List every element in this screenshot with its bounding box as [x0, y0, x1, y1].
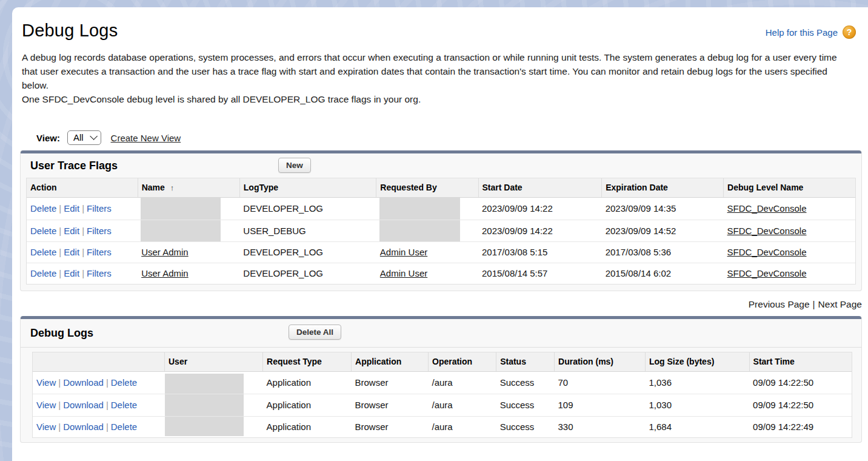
- column-header-name[interactable]: Name↑: [138, 178, 239, 197]
- delete-link[interactable]: Delete: [30, 226, 56, 236]
- redacted-requested-by: [379, 220, 460, 241]
- status-cell: Success: [496, 416, 555, 437]
- debug-level-link[interactable]: SFDC_DevConsole: [727, 247, 807, 257]
- view-link[interactable]: View: [36, 377, 56, 388]
- delete-link[interactable]: Delete: [111, 400, 137, 410]
- requested-by-cell: [376, 220, 478, 241]
- column-header-requested-by[interactable]: Requested By: [376, 178, 478, 197]
- logtype-cell: DEVELOPER_LOG: [239, 197, 376, 220]
- link-separator: |: [79, 203, 87, 214]
- debug-level-link[interactable]: SFDC_DevConsole: [727, 226, 807, 236]
- previous-page-link[interactable]: Previous Page: [749, 299, 810, 309]
- debug-level-cell: SFDC_DevConsole: [724, 241, 855, 263]
- logtype-cell: DEVELOPER_LOG: [239, 263, 376, 284]
- start-date-cell: 2017/03/08 5:15: [478, 241, 602, 263]
- requested-by-cell: Admin User: [376, 241, 478, 263]
- link-separator: |: [104, 422, 111, 432]
- table-row: View|Download|Delete Application Browser…: [33, 394, 852, 416]
- column-header-expiration-date[interactable]: Expiration Date: [602, 178, 724, 197]
- expiration-date-cell: 2023/09/09 14:52: [602, 220, 724, 241]
- user-name-link[interactable]: User Admin: [141, 268, 189, 278]
- column-header-debug-level-name[interactable]: Debug Level Name: [724, 178, 855, 197]
- download-link[interactable]: Download: [63, 422, 104, 432]
- column-header-name-label: Name: [142, 183, 165, 192]
- user-cell: [165, 371, 263, 394]
- column-header-logtype[interactable]: LogType: [239, 178, 376, 197]
- user-trace-flags-header: User Trace Flags New: [21, 153, 861, 178]
- status-cell: Success: [496, 371, 555, 394]
- action-cell: Delete|Edit|Filters: [27, 220, 138, 241]
- user-name-link[interactable]: User Admin: [141, 247, 189, 257]
- start-date-cell: 2015/08/14 5:57: [478, 263, 602, 284]
- edit-link[interactable]: Edit: [64, 268, 79, 278]
- status-cell: Success: [496, 394, 555, 416]
- debug-logs-header: Debug Logs Delete All: [21, 319, 861, 348]
- view-link[interactable]: View: [36, 400, 56, 410]
- filters-link[interactable]: Filters: [87, 247, 112, 257]
- delete-link[interactable]: Delete: [111, 422, 137, 432]
- delete-link[interactable]: Delete: [30, 268, 56, 278]
- column-header-action[interactable]: Action: [27, 178, 138, 197]
- description-line-1: A debug log records database operations,…: [22, 52, 837, 90]
- question-mark-glyph: ?: [847, 27, 852, 37]
- table-row: Delete|Edit|Filters DEVELOPER_LOG 2023/0…: [27, 197, 855, 220]
- download-link[interactable]: Download: [63, 400, 104, 410]
- edit-link[interactable]: Edit: [64, 226, 79, 236]
- filters-link[interactable]: Filters: [87, 268, 112, 278]
- redacted-user: [165, 416, 244, 436]
- column-header-start-date[interactable]: Start Date: [478, 178, 602, 197]
- requested-by-cell: Admin User: [376, 263, 478, 284]
- new-button[interactable]: New: [278, 158, 311, 173]
- edit-link[interactable]: Edit: [64, 203, 79, 214]
- logtype-cell: DEVELOPER_LOG: [239, 241, 376, 263]
- help-link[interactable]: Help for this Page: [766, 27, 838, 38]
- download-link[interactable]: Download: [63, 377, 104, 388]
- requested-by-link[interactable]: Admin User: [380, 247, 427, 257]
- start-time-cell: 09/09 14:22:49: [749, 416, 852, 437]
- delete-link[interactable]: Delete: [30, 203, 56, 214]
- name-cell: [138, 197, 239, 220]
- help-area: Help for this Page ?: [766, 25, 856, 39]
- debug-level-link[interactable]: SFDC_DevConsole: [727, 268, 807, 278]
- link-separator: |: [56, 203, 64, 214]
- request-type-cell: Application: [263, 394, 352, 416]
- action-cell: View|Download|Delete: [33, 394, 165, 416]
- column-header-actions: [33, 352, 165, 371]
- link-separator: |: [79, 247, 87, 257]
- next-page-link[interactable]: Next Page: [818, 299, 862, 309]
- debug-logs-section: Debug Logs Delete All User Request Type …: [20, 316, 862, 443]
- name-cell: User Admin: [138, 263, 239, 284]
- debug-level-link[interactable]: SFDC_DevConsole: [727, 203, 807, 214]
- main-panel: Debug Logs Help for this Page ? A debug …: [12, 7, 868, 461]
- view-bar: View: All Create New View: [36, 130, 868, 145]
- filters-link[interactable]: Filters: [87, 203, 112, 214]
- request-type-cell: Application: [263, 371, 352, 394]
- log-size-cell: 1,036: [645, 371, 749, 394]
- start-date-cell: 2023/09/09 14:22: [478, 220, 602, 241]
- question-mark-icon[interactable]: ?: [843, 25, 856, 39]
- logtype-cell: USER_DEBUG: [239, 220, 376, 241]
- debug-level-cell: SFDC_DevConsole: [724, 197, 855, 220]
- create-new-view-link[interactable]: Create New View: [111, 133, 181, 143]
- page-title: Debug Logs: [22, 21, 855, 41]
- edit-link[interactable]: Edit: [64, 247, 79, 257]
- redacted-requested-by: [379, 198, 460, 220]
- debug-logs-header-row: User Request Type Application Operation …: [33, 352, 852, 371]
- expiration-date-cell: 2015/08/14 6:02: [602, 263, 724, 284]
- filters-link[interactable]: Filters: [87, 226, 112, 236]
- column-header-log-size: Log Size (bytes): [645, 352, 749, 371]
- delete-all-button[interactable]: Delete All: [289, 325, 341, 340]
- link-separator: |: [104, 400, 111, 410]
- table-row: Delete|Edit|Filters User Admin DEVELOPER…: [27, 241, 855, 263]
- action-cell: View|Download|Delete: [33, 416, 165, 437]
- user-cell: [165, 394, 263, 416]
- link-separator: |: [79, 226, 87, 236]
- link-separator: |: [56, 268, 64, 278]
- link-separator: |: [56, 226, 64, 236]
- delete-link[interactable]: Delete: [111, 377, 137, 388]
- view-link[interactable]: View: [36, 422, 56, 432]
- view-select[interactable]: All: [67, 130, 101, 145]
- delete-link[interactable]: Delete: [30, 247, 56, 257]
- table-row: Delete|Edit|Filters User Admin DEVELOPER…: [27, 263, 855, 284]
- requested-by-link[interactable]: Admin User: [380, 268, 427, 278]
